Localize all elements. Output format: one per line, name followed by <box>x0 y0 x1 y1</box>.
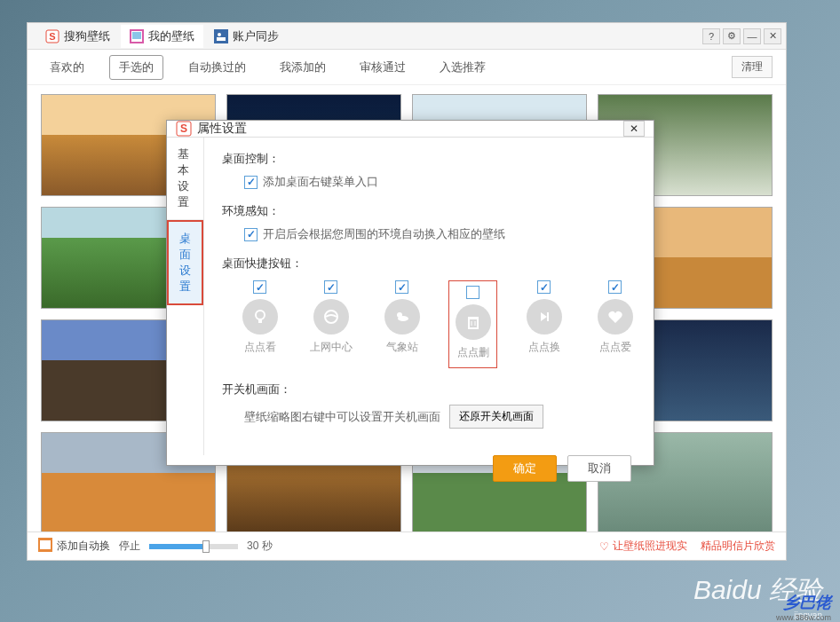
check-contextmenu[interactable]: 添加桌面右键菜单入口 <box>244 174 639 190</box>
add-auto-button[interactable]: 添加自动换 <box>38 538 110 555</box>
shortcut-label: 上网中心 <box>310 340 353 355</box>
shortcut-delete[interactable]: 点点删 <box>448 280 497 368</box>
settings-dialog: S 属性设置 ✕ 基本设置 桌面设置 桌面控制： 添加桌面右键菜单入口 环境感知… <box>166 120 654 466</box>
link-label: 精品明信片欣赏 <box>701 539 775 554</box>
sogou-icon: S <box>45 29 59 43</box>
subtab-handpicked[interactable]: 手选的 <box>109 55 163 80</box>
dialog-footer: 确定 取消 <box>167 455 654 482</box>
svg-rect-18 <box>468 317 479 319</box>
svg-rect-17 <box>469 319 478 328</box>
svg-text:S: S <box>49 31 55 42</box>
heart-icon <box>598 299 633 335</box>
heart-icon: ♡ <box>599 540 609 553</box>
dialog-body: 基本设置 桌面设置 桌面控制： 添加桌面右键菜单入口 环境感知： 开启后会根据您… <box>167 138 654 455</box>
subtab-liked[interactable]: 喜欢的 <box>41 56 93 79</box>
svg-point-12 <box>256 311 265 319</box>
restore-power-button[interactable]: 还原开关机画面 <box>449 405 543 429</box>
bulb-icon <box>242 299 278 335</box>
checkbox-icon[interactable] <box>324 280 337 294</box>
side-tab-basic[interactable]: 基本设置 <box>167 138 203 220</box>
check-label: 添加桌面右键菜单入口 <box>263 174 378 190</box>
checkbox-icon[interactable] <box>244 228 258 241</box>
svg-rect-5 <box>214 29 228 43</box>
trash-icon <box>456 304 491 340</box>
shortcut-label: 点点看 <box>244 340 276 355</box>
gallery-small-icon <box>38 538 52 555</box>
section-desktop-control: 桌面控制： 添加桌面右键菜单入口 <box>222 151 639 190</box>
svg-rect-7 <box>217 37 226 41</box>
corner-url: www.386w.com <box>776 613 831 622</box>
tab-label: 账户同步 <box>233 28 279 44</box>
svg-marker-21 <box>541 312 547 321</box>
dialog-content: 桌面控制： 添加桌面右键菜单入口 环境感知： 开启后会根据您周围的环境自动换入相… <box>204 138 657 455</box>
shortcut-switch[interactable]: 点点换 <box>519 280 568 368</box>
checkbox-icon[interactable] <box>244 176 258 189</box>
checkbox-icon[interactable] <box>395 280 408 294</box>
subtab-autoswitched[interactable]: 自动换过的 <box>179 56 255 79</box>
check-label: 开启后会根据您周围的环境自动换入相应的壁纸 <box>263 226 505 242</box>
section-title: 环境感知： <box>222 203 639 219</box>
shortcut-label: 点点爱 <box>599 340 631 355</box>
minimize-button[interactable]: — <box>743 28 761 44</box>
cancel-button[interactable]: 取消 <box>567 455 631 482</box>
bottom-bar: 添加自动换 停止 30 秒 ♡ 让壁纸照进现实 精品明信片欣赏 <box>28 531 786 560</box>
settings-button[interactable]: ⚙ <box>723 28 741 44</box>
tab-account-sync[interactable]: 账户同步 <box>205 25 288 48</box>
svg-rect-13 <box>258 319 262 323</box>
section-power: 开关机画面： 壁纸缩略图右键中可以设置开关机画面 还原开关机画面 <box>222 382 639 429</box>
link-label: 让壁纸照进现实 <box>613 539 687 554</box>
close-button[interactable]: ✕ <box>764 28 781 44</box>
section-title: 桌面控制： <box>222 151 639 167</box>
svg-rect-22 <box>547 312 549 321</box>
subtab-approved[interactable]: 审核通过 <box>351 56 415 79</box>
sogou-icon: S <box>176 121 192 137</box>
help-button[interactable]: ? <box>702 28 720 44</box>
shortcut-label: 点点换 <box>528 340 560 355</box>
shortcut-weather[interactable]: 气象站 <box>377 280 426 368</box>
shortcut-love[interactable]: 点点爱 <box>590 280 639 368</box>
shortcut-look[interactable]: 点点看 <box>235 280 284 368</box>
slider-thumb[interactable] <box>202 540 210 553</box>
subtab-added[interactable]: 我添加的 <box>271 56 335 79</box>
interval-slider[interactable] <box>149 544 238 549</box>
tab-my-wallpaper[interactable]: 我的壁纸 <box>121 25 203 48</box>
tab-label: 我的壁纸 <box>148 28 194 44</box>
checkbox-icon[interactable] <box>466 286 479 299</box>
dialog-sidebar: 基本设置 桌面设置 <box>167 138 204 455</box>
weather-icon <box>384 299 420 335</box>
svg-rect-9 <box>40 540 51 549</box>
link-postcard[interactable]: 精品明信片欣赏 <box>701 539 775 554</box>
dialog-titlebar: S 属性设置 ✕ <box>167 121 654 138</box>
stop-button[interactable]: 停止 <box>119 539 140 554</box>
slider-track <box>149 544 202 549</box>
sync-icon <box>214 29 228 43</box>
checkbox-icon[interactable] <box>608 280 622 294</box>
sub-tabs: 喜欢的 手选的 自动换过的 我添加的 审核通过 入选推荐 清理 <box>28 50 786 85</box>
svg-rect-4 <box>132 32 141 39</box>
tab-label: 搜狗壁纸 <box>64 28 110 44</box>
section-env-sense: 环境感知： 开启后会根据您周围的环境自动换入相应的壁纸 <box>222 203 639 242</box>
section-title: 桌面快捷按钮： <box>222 256 639 272</box>
clear-button[interactable]: 清理 <box>732 56 773 78</box>
shortcut-label: 点点删 <box>457 345 489 360</box>
shortcut-internet[interactable]: 上网中心 <box>306 280 355 368</box>
dialog-close-button[interactable]: ✕ <box>623 121 645 137</box>
link-reality[interactable]: ♡ 让壁纸照进现实 <box>599 539 687 554</box>
shortcut-grid: 点点看 上网中心 气象站 点点删 <box>235 280 639 368</box>
checkbox-icon[interactable] <box>537 280 551 294</box>
bottom-links: ♡ 让壁纸照进现实 精品明信片欣赏 <box>599 539 775 554</box>
dialog-title-text: 属性设置 <box>197 121 247 137</box>
section-shortcuts: 桌面快捷按钮： 点点看 上网中心 气象站 <box>222 256 639 368</box>
svg-text:S: S <box>180 122 187 135</box>
duration-label: 30 秒 <box>247 539 273 554</box>
main-tabs: S 搜狗壁纸 我的壁纸 账户同步 <box>28 23 670 50</box>
checkbox-icon[interactable] <box>253 280 266 294</box>
check-envsense[interactable]: 开启后会根据您周围的环境自动换入相应的壁纸 <box>244 226 639 242</box>
svg-point-6 <box>218 33 221 36</box>
ok-button[interactable]: 确定 <box>493 455 557 482</box>
side-tab-desktop[interactable]: 桌面设置 <box>167 220 203 305</box>
shortcut-label: 气象站 <box>386 340 418 355</box>
subtab-featured[interactable]: 入选推荐 <box>431 56 495 79</box>
ie-icon <box>313 299 349 335</box>
tab-sogou-wallpaper[interactable]: S 搜狗壁纸 <box>36 25 119 48</box>
